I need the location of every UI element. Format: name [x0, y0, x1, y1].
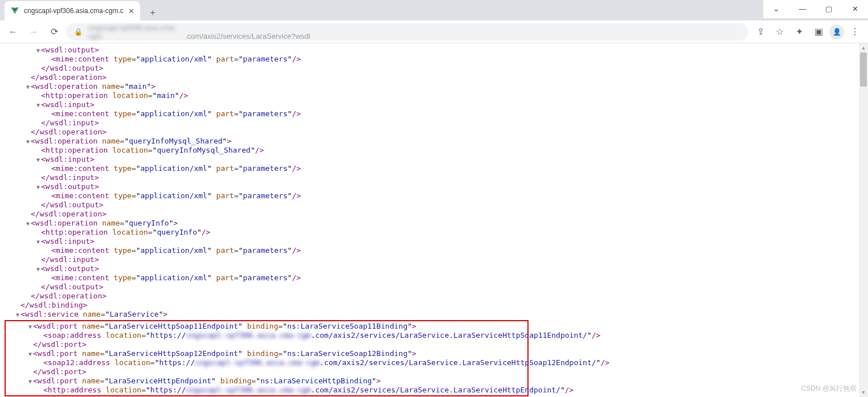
xml-line: ▼<wsdl:output>	[5, 182, 859, 191]
xml-line: ▼</wsdl:port>	[7, 367, 526, 376]
address-bar[interactable]: 🔒 cngscapl-vpf306.asia.cma-cgm.com/axis2…	[66, 23, 748, 40]
minimize-button[interactable]: —	[789, 0, 816, 17]
xml-line: ▼<wsdl:port name="LaraServiceHttpSoap11E…	[7, 322, 526, 331]
maximize-button[interactable]: ▢	[816, 0, 842, 17]
caret-down-icon[interactable]: ⌄	[763, 0, 789, 17]
tab-close-icon[interactable]: ✕	[128, 7, 134, 15]
xml-line: ▼<wsdl:output>	[5, 264, 859, 273]
xml-line: ▼<soap12:address location="https://cngsc…	[7, 358, 526, 367]
xml-line: ▼</wsdl:output>	[5, 283, 859, 292]
xml-line: ▼<mime:content type="application/xml" pa…	[5, 109, 859, 118]
share-icon[interactable]: ⇪	[752, 23, 769, 40]
kebab-menu-icon[interactable]: ⋮	[846, 23, 863, 40]
panel-icon[interactable]: ▣	[810, 23, 827, 40]
xml-line: ▼<wsdl:operation name="queryInfoMysql_Sh…	[5, 137, 859, 146]
new-tab-button[interactable]: ＋	[145, 5, 161, 21]
star-icon[interactable]: ☆	[771, 23, 788, 40]
scroll-thumb[interactable]	[860, 52, 867, 87]
xml-line: ▼<wsdl:port name="LaraServiceHttpEndpoin…	[7, 376, 526, 386]
back-button[interactable]: ←	[5, 23, 22, 40]
close-window-button[interactable]: ✕	[842, 0, 868, 17]
lock-icon: 🔒	[74, 28, 83, 36]
url-text: cngscapl-vpf306.asia.cma-cgm.com/axis2/s…	[88, 23, 310, 40]
xml-line: ▼</wsdl:output>	[5, 64, 859, 73]
xml-line: ▼<mime:content type="application/xml" pa…	[5, 191, 859, 200]
vertical-scrollbar[interactable]: ▲ ▼	[859, 43, 868, 397]
xml-line: ▼<mime:content type="application/xml" pa…	[5, 55, 859, 64]
forward-button[interactable]: →	[25, 23, 42, 40]
xml-line: ▼<wsdl:port name="LaraServiceHttpSoap12E…	[7, 349, 526, 358]
xml-line: ▼</wsdl:input>	[5, 173, 859, 182]
reload-button[interactable]: ⟳	[46, 23, 63, 40]
extensions-icon[interactable]: ✦	[791, 23, 808, 40]
xml-line: ▼<wsdl:operation name="main">	[5, 82, 859, 91]
xml-line: ▼</wsdl:input>	[5, 118, 859, 128]
tab-strip: cngscapl-vpf306.asia.cma-cgm.c ✕ ＋	[0, 0, 763, 21]
xml-line: ▼<wsdl:output>	[5, 46, 859, 55]
xml-line: ▼<http:operation location="main"/>	[5, 91, 859, 100]
xml-line: ▼</wsdl:port>	[7, 340, 526, 349]
xml-line: ▼</wsdl:operation>	[5, 292, 859, 301]
xml-line: ▼<http:operation location="queryInfoMysq…	[5, 146, 859, 155]
vue-favicon-icon	[10, 6, 19, 15]
xml-line: ▼<soap:address location="https://cngscap…	[7, 331, 526, 340]
xml-line: ▼</wsdl:operation>	[5, 73, 859, 82]
xml-line: ▼<mime:content type="application/xml" pa…	[5, 164, 859, 173]
xml-line: ▼</wsdl:operation>	[5, 128, 859, 137]
window-controls: ⌄ — ▢ ✕	[763, 0, 868, 18]
toolbar: ← → ⟳ 🔒 cngscapl-vpf306.asia.cma-cgm.com…	[0, 21, 868, 43]
xml-line: ▼<http:address location="https://cngscap…	[7, 386, 526, 395]
tab-title: cngscapl-vpf306.asia.cma-cgm.c	[24, 7, 124, 15]
scroll-up-arrow-icon[interactable]: ▲	[859, 43, 868, 52]
profile-avatar[interactable]: 👤	[829, 24, 844, 39]
xml-line: ▼<mime:content type="application/xml" pa…	[5, 273, 859, 283]
xml-line: ▼<wsdl:input>	[5, 237, 859, 246]
xml-line: ▼<wsdl:input>	[5, 100, 859, 109]
xml-line: ▼</wsdl:output>	[5, 200, 859, 210]
xml-line: ▼<wsdl:input>	[5, 155, 859, 164]
xml-line: ▼</wsdl:operation>	[5, 210, 859, 219]
browser-tab[interactable]: cngscapl-vpf306.asia.cma-cgm.c ✕	[5, 1, 140, 21]
xml-line: ▼</wsdl:binding>	[5, 301, 859, 310]
xml-viewer: ▼<wsdl:output>▼<mime:content type="appli…	[0, 43, 859, 397]
xml-line: ▼<wsdl:service name="LaraService">	[5, 310, 859, 319]
scroll-down-arrow-icon[interactable]: ▼	[859, 388, 868, 397]
xml-line: ▼<mime:content type="application/xml" pa…	[5, 246, 859, 255]
xml-line: ▼<http:operation location="queryInfo"/>	[5, 228, 859, 237]
highlight-box: ▼<wsdl:port name="LaraServiceHttpSoap11E…	[5, 320, 529, 396]
xml-line: ▼</wsdl:input>	[5, 255, 859, 264]
xml-line: ▼<wsdl:operation name="queryInfo">	[5, 219, 859, 228]
